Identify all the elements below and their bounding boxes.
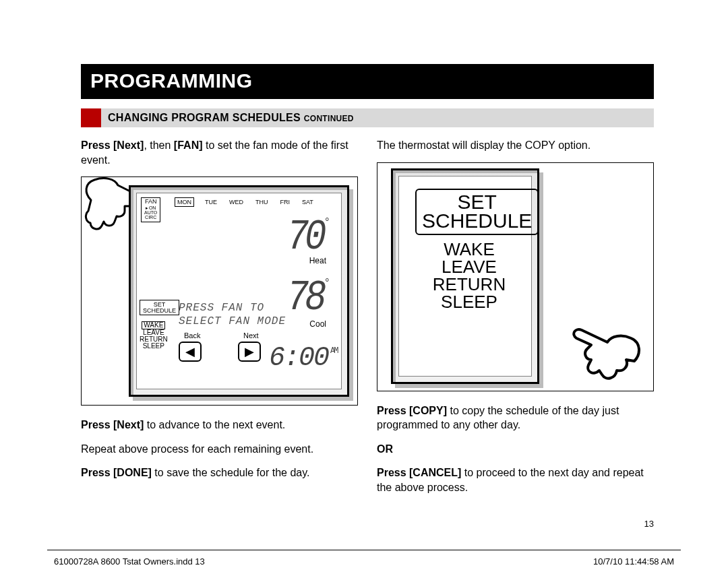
day-wed: WED — [228, 197, 245, 207]
figure-copy-option: SET SCHEDULE WAKE LEAVE RETURN SLEEP — [377, 162, 654, 391]
schedule-label-small: SCHEDULE — [143, 308, 176, 314]
schedule-label-big: SCHEDULE — [422, 212, 532, 231]
section-title: PROGRAMMING — [81, 64, 654, 99]
lcd-screen-1: FAN ▸ON AUTO CIRC MON TUE WED THU FRI — [129, 185, 349, 397]
day-fri: FRI — [279, 197, 292, 207]
right-p2: Press [COPY] to copy the schedule of the… — [377, 404, 654, 432]
msg-line2: SELECT FAN MODE — [179, 315, 286, 329]
clock-val: 6:00 — [269, 343, 328, 373]
event-wake-big: WAKE — [415, 240, 523, 258]
event-sleep-big: SLEEP — [415, 293, 523, 311]
day-row: MON TUE WED THU FRI SAT — [175, 197, 336, 207]
heat-label: Heat — [309, 255, 326, 266]
events-list-big: WAKE LEAVE RETURN SLEEP — [415, 240, 523, 311]
p2b: to advance to the next event. — [144, 419, 285, 430]
next-label: Next — [243, 331, 259, 341]
cool-temp-val: 78 — [287, 274, 323, 321]
left-p3: Repeat above process for each remaining … — [81, 442, 358, 457]
fan-opt-auto: AUTO — [144, 210, 157, 215]
footer-right: 10/7/10 11:44:58 AM — [593, 556, 674, 567]
subsection-title: CHANGING PROGRAM SCHEDULES CONTINUED — [81, 108, 654, 127]
p4b: to save the schedule for the day. — [152, 467, 310, 478]
set-label-big: SET — [422, 193, 532, 212]
msg-line1: PRESS FAN TO — [179, 301, 264, 316]
set-schedule-box-small: SET SCHEDULE — [140, 300, 179, 315]
back-arrow-button[interactable]: ◀ — [179, 342, 202, 362]
press-done-bold: Press [DONE] — [81, 467, 152, 478]
day-sat: SAT — [301, 197, 315, 207]
or-bold: OR — [377, 443, 393, 455]
day-tue: TUE — [204, 197, 218, 207]
day-mon: MON — [175, 197, 194, 207]
left-p1: Press [Next], then [FAN] to set the fan … — [81, 138, 358, 167]
subsection-main: CHANGING PROGRAM SCHEDULES — [108, 112, 301, 123]
fan-label: FAN — [145, 198, 157, 205]
fan-opt-circ: CIRC — [144, 215, 157, 220]
left-column: Press [Next], then [FAN] to set the fan … — [81, 138, 358, 505]
clock-ampm: AM — [330, 346, 337, 356]
fan-opt-on: ON — [149, 205, 156, 210]
left-p2: Press [Next] to advance to the next even… — [81, 418, 358, 432]
figure-fan-mode: FAN ▸ON AUTO CIRC MON TUE WED THU FRI — [81, 176, 358, 406]
p1b: , then — [144, 139, 173, 151]
press-next2-bold: Press [Next] — [81, 419, 144, 430]
page-number: 13 — [81, 519, 654, 529]
heat-temp-val: 70 — [287, 214, 323, 261]
press-cancel-bold: Press [CANCEL] — [377, 467, 461, 478]
fan-mode-box: FAN ▸ON AUTO CIRC — [141, 197, 160, 222]
cool-label: Cool — [309, 319, 326, 329]
right-column: The thermostat will display the COPY opt… — [377, 138, 654, 505]
right-p3: Press [CANCEL] to proceed to the next da… — [377, 465, 654, 494]
press-copy-bold: Press [COPY] — [377, 405, 447, 416]
press-next-bold: Press [Next] — [81, 139, 144, 151]
hand-icon-2 — [547, 294, 648, 385]
events-list-small: WAKE LEAVE RETURN SLEEP — [140, 321, 168, 350]
event-leave-big: LEAVE — [415, 258, 523, 276]
lcd-screen-2: SET SCHEDULE WAKE LEAVE RETURN SLEEP — [391, 168, 539, 384]
event-return-big: RETURN — [415, 276, 523, 293]
next-arrow-button[interactable]: ▶ — [238, 342, 261, 362]
left-p4: Press [DONE] to save the schedule for th… — [81, 465, 358, 480]
fan-bold: [FAN] — [174, 139, 203, 151]
footer-left: 61000728A 8600 Tstat Owners.indd 13 — [54, 556, 205, 567]
event-sleep-small: SLEEP — [143, 342, 164, 350]
subsection-continued: CONTINUED — [304, 114, 354, 123]
right-or: OR — [377, 442, 654, 457]
footer-rule — [47, 550, 681, 550]
back-label: Back — [184, 331, 200, 341]
day-thu: THU — [254, 197, 270, 207]
set-schedule-box-big: SET SCHEDULE — [415, 189, 539, 235]
right-p1: The thermostat will display the COPY opt… — [377, 138, 654, 153]
clock-time: 6:00AM — [269, 340, 335, 377]
